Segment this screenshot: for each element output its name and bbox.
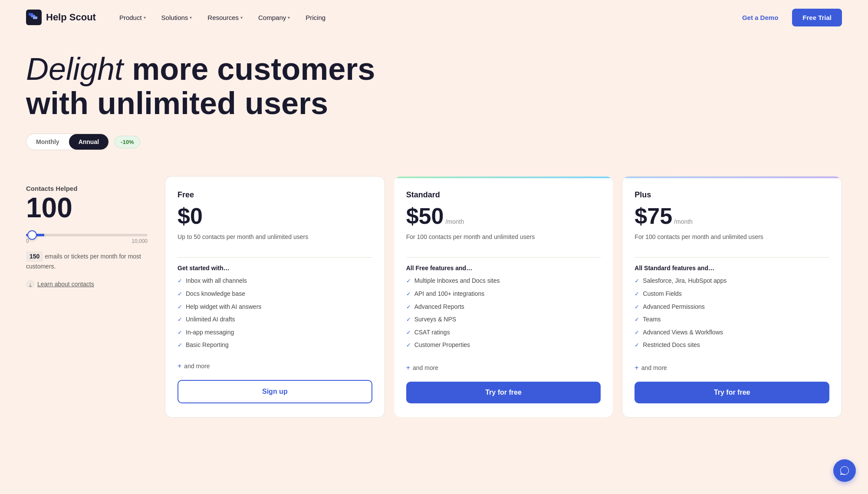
- logo[interactable]: Help Scout: [26, 10, 96, 25]
- plan-card-free: Free $0 Up to 50 contacts per month and …: [165, 176, 385, 418]
- slider-info: 150 emails or tickets per month for most…: [26, 251, 148, 271]
- nav-pricing[interactable]: Pricing: [299, 10, 332, 25]
- main-content: Contacts Helped 100 0 10,000 150 emails …: [0, 176, 868, 444]
- chevron-down-icon: ▾: [190, 15, 192, 20]
- hero-title: Delight more customers with unlimited us…: [26, 52, 417, 121]
- plan-name-plus: Plus: [635, 190, 829, 200]
- slider-info-count: 150: [26, 251, 43, 262]
- features-title-standard: All Free features and…: [406, 265, 601, 272]
- learn-link-text: Learn about contacts: [37, 281, 94, 288]
- list-item: ✓Surveys & NPS: [406, 315, 601, 324]
- price-period-standard: /month: [445, 218, 464, 225]
- and-more-standard: + and more: [406, 364, 601, 371]
- slider-info-text: emails or tickets per month for most cus…: [26, 253, 141, 270]
- list-item: ✓Advanced Reports: [406, 303, 601, 311]
- check-icon: ✓: [635, 277, 639, 285]
- check-icon: ✓: [406, 341, 411, 349]
- list-item: ✓Help widget with AI answers: [178, 303, 372, 311]
- chevron-down-icon: ↓: [26, 280, 35, 288]
- list-item: ✓Teams: [635, 315, 829, 324]
- plan-card-plus: Plus $75 /month For 100 contacts per mon…: [622, 176, 842, 418]
- learn-link[interactable]: ↓ Learn about contacts: [26, 280, 148, 288]
- check-icon: ✓: [406, 290, 411, 298]
- check-icon: ✓: [178, 341, 182, 349]
- plus-icon: +: [406, 364, 410, 371]
- slider-min: 0: [26, 238, 29, 244]
- and-more-free: + and more: [178, 363, 372, 370]
- divider: [178, 257, 372, 258]
- check-icon: ✓: [635, 303, 639, 311]
- contacts-slider[interactable]: [26, 234, 148, 236]
- monthly-toggle[interactable]: Monthly: [26, 134, 69, 150]
- list-item: ✓Customer Properties: [406, 341, 601, 350]
- chevron-down-icon: ▾: [240, 15, 243, 20]
- price-free: $0: [178, 205, 372, 227]
- price-plus: $75 /month: [635, 205, 829, 227]
- chevron-down-icon: ▾: [144, 15, 146, 20]
- contacts-number: 100: [26, 194, 148, 222]
- plus-icon: +: [178, 363, 181, 370]
- price-amount-free: $0: [178, 205, 203, 227]
- logo-text: Help Scout: [46, 12, 96, 23]
- slider-container: 0 10,000: [26, 230, 148, 244]
- check-icon: ✓: [178, 277, 182, 285]
- check-icon: ✓: [635, 290, 639, 298]
- nav-company[interactable]: Company ▾: [252, 10, 296, 25]
- plan-name-standard: Standard: [406, 190, 601, 200]
- contacts-label: Contacts Helped: [26, 185, 148, 192]
- slider-max: 10,000: [132, 238, 148, 244]
- price-amount-plus: $75: [635, 205, 672, 227]
- list-item: ✓Salesforce, Jira, HubSpot apps: [635, 277, 829, 285]
- check-icon: ✓: [406, 316, 411, 324]
- nav-resources[interactable]: Resources ▾: [201, 10, 249, 25]
- discount-badge: -10%: [114, 136, 140, 148]
- list-item: ✓In-app messaging: [178, 328, 372, 337]
- list-item: ✓Inbox with all channels: [178, 277, 372, 285]
- list-item: ✓Advanced Permissions: [635, 303, 829, 311]
- plan-card-standard: Standard $50 /month For 100 contacts per…: [394, 176, 614, 418]
- cta-standard[interactable]: Try for free: [406, 382, 601, 403]
- plan-name-free: Free: [178, 190, 372, 200]
- divider: [406, 257, 601, 258]
- nav-actions: Get a Demo Free Trial: [735, 9, 842, 26]
- check-icon: ✓: [635, 316, 639, 324]
- left-panel: Contacts Helped 100 0 10,000 150 emails …: [26, 176, 165, 288]
- demo-button[interactable]: Get a Demo: [735, 10, 785, 25]
- list-item: ✓Unlimited AI drafts: [178, 315, 372, 324]
- plan-description-standard: For 100 contacts per month and unlimited…: [406, 232, 601, 242]
- hero-title-bold: with unlimited users: [26, 86, 417, 121]
- nav-product[interactable]: Product ▾: [113, 10, 152, 25]
- features-list-standard: ✓Multiple Inboxes and Docs sites ✓API an…: [406, 277, 601, 356]
- cta-plus[interactable]: Try for free: [635, 382, 829, 403]
- check-icon: ✓: [178, 316, 182, 324]
- chat-button[interactable]: [833, 459, 856, 482]
- list-item: ✓API and 100+ integrations: [406, 290, 601, 298]
- check-icon: ✓: [406, 277, 411, 285]
- list-item: ✓Custom Fields: [635, 290, 829, 298]
- billing-toggle: Monthly Annual -10%: [26, 134, 842, 150]
- plus-icon: +: [635, 364, 638, 371]
- free-trial-button[interactable]: Free Trial: [792, 9, 842, 26]
- price-standard: $50 /month: [406, 205, 601, 227]
- toggle-container: Monthly Annual: [26, 134, 109, 150]
- check-icon: ✓: [406, 303, 411, 311]
- check-icon: ✓: [406, 329, 411, 337]
- nav-solutions[interactable]: Solutions ▾: [155, 10, 198, 25]
- hero-section: Delight more customers with unlimited us…: [0, 35, 868, 176]
- list-item: ✓Basic Reporting: [178, 341, 372, 350]
- cta-free[interactable]: Sign up: [178, 380, 372, 403]
- features-list-free: ✓Inbox with all channels ✓Docs knowledge…: [178, 277, 372, 354]
- check-icon: ✓: [635, 341, 639, 349]
- hero-title-rest: more customers: [123, 52, 375, 86]
- nav-links: Product ▾ Solutions ▾ Resources ▾ Compan…: [113, 10, 735, 25]
- annual-toggle[interactable]: Annual: [69, 134, 108, 150]
- list-item: ✓Docs knowledge base: [178, 290, 372, 298]
- pricing-cards: Free $0 Up to 50 contacts per month and …: [165, 176, 842, 418]
- list-item: ✓Advanced Views & Workflows: [635, 328, 829, 337]
- navbar: Help Scout Product ▾ Solutions ▾ Resourc…: [0, 0, 868, 35]
- and-more-plus: + and more: [635, 364, 829, 371]
- features-list-plus: ✓Salesforce, Jira, HubSpot apps ✓Custom …: [635, 277, 829, 356]
- plan-description-plus: For 100 contacts per month and unlimited…: [635, 232, 829, 242]
- price-period-plus: /month: [674, 218, 693, 225]
- price-amount-standard: $50: [406, 205, 444, 227]
